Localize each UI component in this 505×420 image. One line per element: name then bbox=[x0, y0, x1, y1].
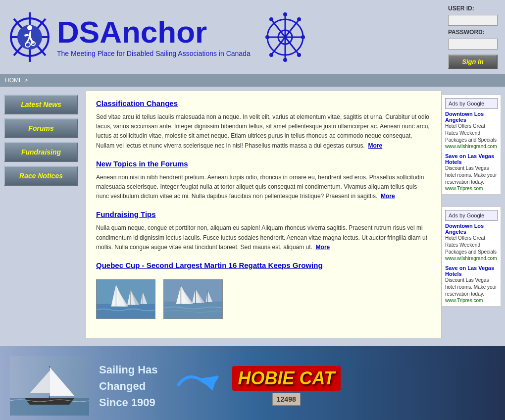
article-title-quebec[interactable]: Quebec Cup - Second Largest Martin 16 Re… bbox=[96, 261, 323, 269]
more-link-forums[interactable]: More bbox=[381, 193, 395, 200]
svg-point-20 bbox=[297, 53, 301, 57]
main-content: Classification Changes Sed vitae arcu id… bbox=[86, 91, 442, 338]
site-subtitle: The Meeting Place for Disabled Sailing A… bbox=[57, 50, 251, 57]
ad-title-2-2[interactable]: Save on Las Vegas Hotels bbox=[445, 265, 498, 277]
header-left: DSAnchor The Meeting Place for Disabled … bbox=[7, 10, 305, 64]
article-body-forums: Aenean non nisi in nibh hendrerit pretiu… bbox=[96, 173, 431, 202]
main-layout: Latest News Forums Fundraising Race Noti… bbox=[0, 87, 505, 342]
site-title: DSAnchor bbox=[57, 17, 251, 48]
footer-tagline-line1: Sailing Has bbox=[99, 362, 158, 378]
article-body-fundraising: Nulla quam neque, congue et porttitor no… bbox=[96, 223, 431, 252]
footer-banner: Sailing Has Changed Since 1909 HOBIE CAT… bbox=[0, 346, 505, 420]
footer-brand-area: HOBIE CAT 12498 bbox=[232, 366, 341, 406]
sidebar-item-forums[interactable]: Forums bbox=[4, 118, 78, 138]
article-new-topics: New Topics in the Forums Aenean non nisi… bbox=[96, 159, 431, 202]
ad-url-1-1: www.wilshiregrand.com bbox=[445, 144, 498, 149]
ad-text-2-1: Hotel Offers Great Rates Weekend Package… bbox=[445, 235, 498, 256]
ads-label-1: Ads by Google bbox=[449, 101, 484, 106]
logo-icon bbox=[7, 10, 52, 64]
ads-by-google-1: Ads by Google bbox=[445, 98, 498, 109]
ad-block-2: Ads by Google Downtown Los Angeles Hotel… bbox=[442, 207, 501, 307]
ad-item-1-1: Downtown Los Angeles Hotel Offers Great … bbox=[445, 111, 498, 149]
footer-boat-icon bbox=[10, 356, 89, 416]
svg-rect-34 bbox=[164, 302, 222, 318]
article-title-fundraising[interactable]: Fundraising Tips bbox=[96, 210, 156, 218]
ad-text-2-2: Discount Las Vegas hotel rooms. Make you… bbox=[445, 277, 498, 298]
article-title-classification[interactable]: Classification Changes bbox=[96, 99, 178, 107]
footer-tagline: Sailing Has Changed Since 1909 bbox=[99, 362, 158, 411]
ads-by-google-2: Ads by Google bbox=[445, 210, 498, 221]
ad-text-1-1: Hotel Offers Great Rates Weekend Package… bbox=[445, 123, 498, 144]
article-images-quebec bbox=[96, 279, 431, 319]
footer-brand-text: HOBIE CAT bbox=[238, 368, 335, 388]
ad-url-1-2: www.Tripres.com bbox=[445, 186, 498, 191]
ad-title-1-2[interactable]: Save on Las Vegas Hotels bbox=[445, 153, 498, 165]
svg-point-15 bbox=[283, 12, 287, 16]
ad-text-1-2: Discount Las Vegas hotel rooms. Make you… bbox=[445, 165, 498, 186]
ad-item-2-2: Save on Las Vegas Hotels Discount Las Ve… bbox=[445, 265, 498, 303]
ad-title-1-1[interactable]: Downtown Los Angeles bbox=[445, 111, 498, 123]
article-classification-changes: Classification Changes Sed vitae arcu id… bbox=[96, 99, 431, 151]
svg-point-22 bbox=[269, 53, 273, 57]
signin-button[interactable]: Sign In bbox=[448, 54, 498, 69]
logo-text-area: DSAnchor The Meeting Place for Disabled … bbox=[57, 17, 251, 57]
boat-image-2 bbox=[163, 279, 223, 319]
nav-separator: > bbox=[24, 77, 28, 84]
svg-point-16 bbox=[283, 58, 287, 62]
article-fundraising-tips: Fundraising Tips Nulla quam neque, congu… bbox=[96, 210, 431, 252]
more-link-classification[interactable]: More bbox=[368, 142, 383, 149]
ads-label-2: Ads by Google bbox=[449, 212, 484, 218]
sidebar-item-fundraising[interactable]: Fundraising bbox=[4, 142, 78, 162]
svg-point-21 bbox=[297, 17, 301, 21]
article-title-forums[interactable]: New Topics in the Forums bbox=[96, 159, 188, 168]
svg-point-6 bbox=[27, 25, 32, 30]
footer-brand-bg: HOBIE CAT bbox=[232, 366, 341, 391]
ship-wheel-icon bbox=[265, 12, 305, 62]
password-label: PASSWORD: bbox=[448, 29, 485, 36]
ad-url-2-2: www.Tripres.com bbox=[445, 298, 498, 303]
login-area: USER ID: PASSWORD: Sign In bbox=[448, 5, 498, 69]
article-quebec-cup: Quebec Cup - Second Largest Martin 16 Re… bbox=[96, 261, 431, 319]
svg-point-17 bbox=[265, 35, 269, 39]
more-link-fundraising[interactable]: More bbox=[316, 244, 330, 251]
footer-tagline-line3: Since 1909 bbox=[99, 394, 158, 411]
sidebar-item-race-notices[interactable]: Race Notices bbox=[4, 166, 78, 186]
nav-home[interactable]: HOME bbox=[5, 77, 23, 84]
ad-block-1: Ads by Google Downtown Los Angeles Hotel… bbox=[442, 95, 501, 195]
ad-item-1-2: Save on Las Vegas Hotels Discount Las Ve… bbox=[445, 153, 498, 191]
right-sidebar-ads: Ads by Google Downtown Los Angeles Hotel… bbox=[442, 91, 501, 338]
svg-point-18 bbox=[301, 35, 305, 39]
footer-swoosh-icon bbox=[173, 366, 222, 406]
password-input[interactable] bbox=[448, 39, 498, 50]
footer-tagline-line2: Changed bbox=[99, 378, 158, 394]
sidebar: Latest News Forums Fundraising Race Noti… bbox=[4, 91, 86, 338]
header: DSAnchor The Meeting Place for Disabled … bbox=[0, 0, 505, 74]
boat-image-1 bbox=[96, 279, 155, 319]
user-id-input[interactable] bbox=[448, 15, 498, 26]
ad-url-2-1: www.wilshiregrand.com bbox=[445, 256, 498, 261]
user-id-label: USER ID: bbox=[448, 5, 474, 12]
ad-item-2-1: Downtown Los Angeles Hotel Offers Great … bbox=[445, 223, 498, 261]
svg-point-19 bbox=[269, 17, 273, 21]
article-body-classification: Sed vitae arcu id tellus iaculis malesua… bbox=[96, 112, 431, 151]
sidebar-item-latest-news[interactable]: Latest News bbox=[4, 95, 78, 114]
navbar: HOME > bbox=[0, 74, 505, 87]
ad-title-2-1[interactable]: Downtown Los Angeles bbox=[445, 223, 498, 235]
boat-number: 12498 bbox=[272, 393, 301, 406]
